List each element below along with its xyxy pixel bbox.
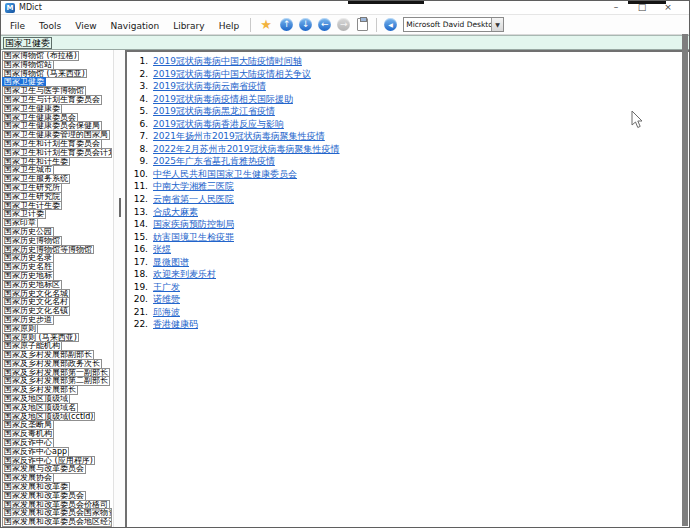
result-link[interactable]: 2019冠状病毒病疫情相关国际援助	[153, 93, 293, 106]
headword-item[interactable]: 国家博物馆站	[2, 60, 54, 70]
headword-item[interactable]: 国家发展和改革委员会国家物资储	[2, 508, 112, 518]
headword-item[interactable]: 国家博物馆 (马来西亚)	[2, 69, 87, 79]
headword-item[interactable]: 国家发展与改革委员会	[2, 464, 86, 474]
menu-library[interactable]: Library	[166, 21, 211, 31]
result-link[interactable]: 2019冠状病毒病香港反应与影响	[153, 118, 284, 131]
menu-help[interactable]: Help	[212, 21, 247, 31]
mouse-cursor	[631, 110, 645, 130]
headword-item[interactable]: 国家发展和改革委	[2, 482, 70, 492]
result-link[interactable]: 显微图谱	[153, 256, 189, 269]
headword-item[interactable]: 国家卫生健康委管理的国家局	[2, 130, 110, 140]
headword-item[interactable]: 国家历史地标区	[2, 280, 62, 290]
headword-item[interactable]: 国家反诈中心	[2, 438, 54, 448]
headword-item[interactable]: 国家卫生健康委员会	[2, 113, 78, 123]
menu-tools[interactable]: Tools	[32, 21, 68, 31]
headword-list-scrollbar[interactable]	[113, 50, 125, 527]
headword-item[interactable]: 国家及地区顶级域	[2, 394, 70, 404]
headword-item[interactable]: 国家卫生计生委	[2, 201, 62, 211]
headword-item[interactable]: 国家反毒机构	[2, 429, 54, 439]
headword-item[interactable]: 国家发展协会	[2, 473, 54, 483]
speaker-icon[interactable]: ◀	[384, 18, 397, 31]
headword-item[interactable]: 国家历史文化名村	[2, 297, 70, 307]
headword-item[interactable]: 国家卫生与医学博物馆	[2, 86, 86, 96]
headword-item[interactable]: 国家发展和改革委员会	[2, 491, 86, 501]
result-number: 22.	[127, 318, 153, 331]
result-link[interactable]: 诺维赞	[153, 293, 180, 306]
headword-item[interactable]: 国家历史文化名城	[2, 289, 70, 299]
result-link[interactable]: 2019冠状病毒病中国大陆疫情相关争议	[153, 68, 311, 81]
result-link[interactable]: 欢迎来到麦乐村	[153, 268, 216, 281]
favorites-star-icon[interactable]: ★	[258, 18, 274, 32]
headword-item[interactable]: 国家反诈中心 (应用程序)	[2, 456, 95, 466]
scrollbar-thumb[interactable]	[119, 198, 121, 217]
result-link[interactable]: 香港健康码	[153, 318, 198, 331]
menu-view[interactable]: View	[68, 21, 103, 31]
result-link[interactable]: 中南大学湘雅三医院	[153, 180, 234, 193]
headword-item[interactable]: 国家卫生健康委	[2, 104, 62, 114]
search-input[interactable]: 国家卫健委	[3, 37, 52, 49]
tts-voice-select[interactable]: Microsoft David Desktop - Engli ▼	[403, 17, 504, 32]
headword-item[interactable]: 国家印章	[2, 218, 38, 228]
headword-item[interactable]: 国家原则	[2, 324, 38, 334]
headword-item[interactable]: 国家历史公园	[2, 227, 54, 237]
headword-item[interactable]: 国家卫生和计划生育委员会	[2, 139, 102, 149]
result-link[interactable]: 2021年扬州市2019冠状病毒病聚集性疫情	[153, 130, 325, 143]
headword-item[interactable]: 国家及乡村发展部第二副部长	[2, 376, 110, 386]
headword-item[interactable]: 国家及乡村发展部副部长	[2, 350, 94, 360]
headword-item[interactable]: 国家及乡村发展部长	[2, 385, 78, 395]
headword-item[interactable]: 国家卫生和计划生育委员会计划生	[2, 148, 112, 158]
menu-navigation[interactable]: Navigation	[104, 21, 167, 31]
result-link[interactable]: 2019冠状病毒病黑龙江省疫情	[153, 105, 275, 118]
headword-item[interactable]: 国家历史名胜	[2, 262, 54, 272]
headword-item[interactable]: 国家历史博物馆等博物馆	[2, 245, 94, 255]
result-link[interactable]: 妨害国境卫生检疫罪	[153, 231, 234, 244]
result-number: 13.	[127, 206, 153, 219]
headword-item[interactable]: 国家发展和改革委员会经济与国防	[2, 526, 112, 527]
result-link[interactable]: 2019冠状病毒病云南省疫情	[153, 80, 266, 93]
headword-item[interactable]: 国家发展和改革委员会地区经济	[2, 517, 112, 527]
result-link[interactable]: 2019冠状病毒病中国大陆疫情时间轴	[153, 55, 302, 68]
result-link[interactable]: 2022年2月苏州市2019冠状病毒病聚集性疫情	[153, 143, 340, 156]
headword-item[interactable]: 国家历史地标	[2, 271, 54, 281]
paste-icon[interactable]	[357, 18, 368, 31]
result-link[interactable]: 王广发	[153, 281, 180, 294]
headword-item[interactable]: 国家卫生和计生委	[2, 157, 70, 167]
headword-item[interactable]: 国家历史名录	[2, 253, 54, 263]
result-link[interactable]: 国家疾病预防控制局	[153, 218, 234, 231]
headword-item-selected[interactable]: 国家卫健委	[2, 77, 46, 87]
headword-item[interactable]: 国家博物馆 (布拉格)	[2, 51, 79, 61]
headword-item[interactable]: 国家反诈中心app	[2, 447, 69, 457]
nav-up-icon[interactable]: ↑	[280, 18, 293, 31]
headword-item[interactable]: 国家卫生服务系统	[2, 174, 70, 184]
chevron-down-icon[interactable]: ▼	[491, 18, 503, 31]
headword-item[interactable]: 国家历史步道	[2, 315, 54, 325]
headword-item[interactable]: 国家卫生研究院	[2, 192, 62, 202]
headword-item[interactable]: 国家卫生研究所	[2, 183, 62, 193]
headword-item[interactable]: 国家及地区顶级域(cctld)	[2, 412, 95, 422]
headword-item[interactable]: 国家历史博物馆	[2, 236, 62, 246]
search-bar[interactable]: 国家卫健委	[1, 35, 689, 50]
result-link[interactable]: 云南省第一人民医院	[153, 193, 234, 206]
headword-item[interactable]: 国家原子能机构	[2, 341, 62, 351]
headword-item[interactable]: 国家卫生与计划生育委员会	[2, 95, 102, 105]
headword-item[interactable]: 国家原则 (马来西亚)	[2, 333, 79, 343]
headword-item[interactable]: 国家卫生城市	[2, 165, 54, 175]
headword-item[interactable]: 国家及乡村发展部第一副部长	[2, 368, 110, 378]
result-link[interactable]: 张煜	[153, 243, 171, 256]
result-link[interactable]: 2025年广东省基孔肯雅热疫情	[153, 155, 275, 168]
menu-file[interactable]: File	[3, 21, 32, 31]
headword-item[interactable]: 国家发展和改革委员会价格司	[2, 500, 110, 510]
nav-back-icon[interactable]: ←	[318, 18, 331, 31]
minimize-button[interactable]: –	[603, 1, 629, 14]
headword-item[interactable]: 国家及乡村发展部政务次长	[2, 359, 102, 369]
nav-forward-icon[interactable]: →	[337, 18, 350, 31]
headword-item[interactable]: 国家历史文化名镇	[2, 306, 70, 316]
nav-down-icon[interactable]: ↓	[299, 18, 312, 31]
headword-item[interactable]: 国家卫计委	[2, 209, 46, 219]
headword-item[interactable]: 国家反垄断局	[2, 420, 54, 430]
headword-item[interactable]: 国家及地区顶级域名	[2, 403, 78, 413]
result-link[interactable]: 中华人民共和国国家卫生健康委员会	[153, 168, 297, 181]
result-link[interactable]: 合成大麻素	[153, 206, 198, 219]
result-link[interactable]: 邱海波	[153, 306, 180, 319]
headword-item[interactable]: 国家卫生健康委员会保健局	[2, 121, 102, 131]
